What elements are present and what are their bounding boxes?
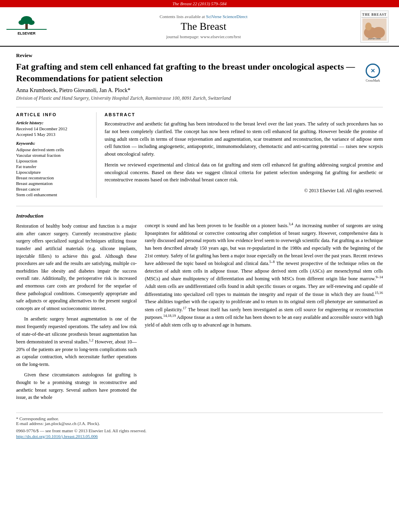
- svg-point-3: [19, 20, 25, 25]
- top-bar: The Breast 22 (2013) 579–584: [0, 0, 399, 7]
- elsevier-logo-svg: ELSEVIER: [6, 14, 47, 38]
- svg-point-4: [28, 20, 35, 25]
- crossmark-label: CrossMark: [366, 79, 380, 82]
- footnote-area: * Corresponding author. E-mail address: …: [16, 413, 383, 440]
- keyword-item: Breast reconstruction: [16, 175, 90, 180]
- journal-citation: The Breast 22 (2013) 579–584: [173, 1, 227, 6]
- main-content: Introduction Restoration of healthy body…: [16, 213, 383, 405]
- issn-line: 0960-9776/$ — see front matter © 2013 El…: [16, 428, 383, 433]
- crossmark-icon: ✕: [366, 64, 380, 78]
- keyword-item: Breast augmentation: [16, 181, 90, 186]
- article-info-heading: ARTICLE INFO: [16, 112, 90, 117]
- svg-text:ELSEVIER: ELSEVIER: [18, 31, 36, 35]
- keyword-item: Breast cancer: [16, 187, 90, 191]
- abstract-paragraph-2: Herein we reviewed experimental and clin…: [105, 161, 383, 184]
- breast-journal-image: journal cover: [362, 18, 387, 41]
- svg-rect-0: [6, 29, 47, 30]
- keywords-list: Adipose derived stem cells Vascular stro…: [16, 147, 90, 197]
- keyword-item: Adipose derived stem cells: [16, 147, 90, 152]
- abstract-text: Reconstructive and aesthetic fat graftin…: [105, 120, 383, 194]
- history-label: Article history:: [16, 120, 90, 125]
- keyword-item: Vascular stromal fraction: [16, 153, 90, 158]
- journal-right: THE BREAST journal cover: [360, 10, 393, 43]
- article-body: Review Fat grafting and stem cell enhanc…: [0, 52, 399, 448]
- crossmark-container: ✕ CrossMark: [363, 61, 383, 82]
- section-divider: [16, 206, 383, 206]
- left-body-text: Restoration of healthy body contour and …: [16, 222, 137, 401]
- journal-header: ELSEVIER Contents lists available at Sci…: [0, 7, 399, 47]
- received-date: Received 14 December 2012: [16, 126, 90, 131]
- svg-text:journal cover: journal cover: [368, 37, 380, 40]
- keyword-item: Liposuction: [16, 158, 90, 163]
- abstract-heading: ABSTRACT: [105, 112, 383, 117]
- left-para-1: Restoration of healthy body contour and …: [16, 222, 137, 312]
- left-para-3: Given these circumstances autologous fat…: [16, 371, 137, 401]
- sciverse-line: Contents lists available at SciVerse Sci…: [47, 14, 360, 19]
- elsevier-logo: ELSEVIER: [6, 14, 47, 39]
- abstract-paragraph-1: Reconstructive and aesthetic fat graftin…: [105, 120, 383, 158]
- right-para-1: concept is sound and has been proven to …: [145, 222, 383, 329]
- right-column: concept is sound and has been proven to …: [145, 213, 383, 405]
- introduction-title: Introduction: [16, 213, 137, 219]
- svg-point-9: [365, 23, 372, 31]
- right-body-text: concept is sound and has been proven to …: [145, 222, 383, 329]
- keyword-item: Stem cell enhancement: [16, 192, 90, 197]
- accepted-date: Accepted 5 May 2013: [16, 132, 90, 137]
- left-column: Introduction Restoration of healthy body…: [16, 213, 137, 405]
- abstract-copyright: © 2013 Elsevier Ltd. All rights reserved…: [105, 187, 383, 194]
- journal-title: The Breast: [47, 21, 360, 33]
- article-title-section: Fat grafting and stem cell enhanced fat …: [16, 61, 383, 84]
- affiliation: Division of Plastic and Hand Surgery, Un…: [16, 95, 383, 101]
- keywords-label: Keywords:: [16, 141, 90, 146]
- breast-logo: THE BREAST journal cover: [360, 10, 389, 43]
- left-para-2: In aesthetic surgery breast augmentation…: [16, 315, 137, 368]
- keyword-item: Liposculpture: [16, 170, 90, 175]
- corresponding-author: * Corresponding author.: [16, 416, 383, 421]
- article-title: Fat grafting and stem cell enhanced fat …: [16, 61, 363, 84]
- keyword-item: Fat transfer: [16, 164, 90, 169]
- doi-link[interactable]: http://dx.doi.org/10.1016/j.breast.2013.…: [16, 434, 98, 439]
- email-line: E-mail address: jan.plock@usz.ch (J.A. P…: [16, 421, 383, 426]
- homepage-line: journal homepage: www.elsevier.com/brst: [47, 34, 360, 39]
- sciverse-link[interactable]: SciVerse ScienceDirect: [206, 14, 247, 19]
- svg-point-8: [372, 27, 385, 38]
- review-label: Review: [16, 52, 383, 59]
- article-info: ARTICLE INFO Article history: Received 1…: [16, 112, 97, 198]
- info-abstract-section: ARTICLE INFO Article history: Received 1…: [16, 107, 383, 198]
- abstract-section: ABSTRACT Reconstructive and aesthetic fa…: [105, 112, 383, 198]
- journal-center: Contents lists available at SciVerse Sci…: [47, 14, 360, 39]
- authors: Anna Krumboeck, Pietro Giovanoli, Jan A.…: [16, 87, 383, 94]
